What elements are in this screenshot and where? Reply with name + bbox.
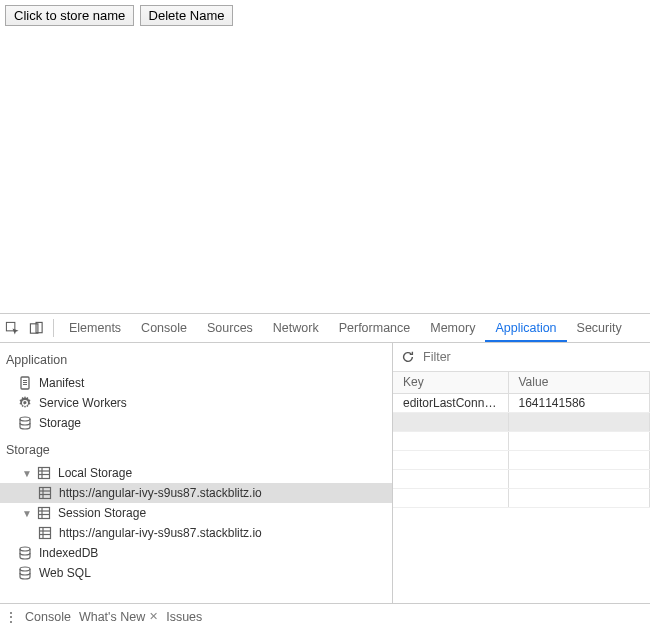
tab-elements[interactable]: Elements (59, 314, 131, 342)
svg-rect-12 (40, 488, 51, 499)
websql-label: Web SQL (39, 566, 91, 580)
svg-rect-6 (23, 384, 27, 385)
tab-console[interactable]: Console (131, 314, 197, 342)
svg-rect-5 (23, 382, 27, 383)
svg-rect-1 (30, 323, 38, 332)
svg-point-25 (20, 567, 30, 571)
inspect-element-icon[interactable] (0, 314, 24, 342)
sidebar-item-session-storage[interactable]: ▼ Session Storage (0, 503, 392, 523)
local-storage-label: Local Storage (58, 466, 132, 480)
manifest-icon (18, 376, 32, 390)
delete-name-button[interactable]: Delete Name (140, 5, 234, 26)
table-row[interactable] (393, 431, 650, 450)
section-storage-title: Storage (0, 433, 392, 463)
chevron-down-icon: ▼ (22, 508, 30, 519)
close-icon[interactable]: ✕ (149, 610, 158, 623)
svg-rect-4 (23, 380, 27, 381)
tab-network[interactable]: Network (263, 314, 329, 342)
sidebar-item-storage-overview[interactable]: Storage (0, 413, 392, 433)
tab-sources[interactable]: Sources (197, 314, 263, 342)
table-row[interactable] (393, 412, 650, 431)
table-row[interactable] (393, 488, 650, 507)
drawer-tab-console[interactable]: Console (25, 610, 71, 624)
tab-security[interactable]: Security (567, 314, 632, 342)
session-storage-origin-label: https://angular-ivy-s9us87.stackblitz.io (59, 526, 262, 540)
chevron-down-icon: ▼ (22, 468, 30, 479)
storage-table: Key Value editorLastConnec... 1641141586 (393, 372, 650, 508)
table-row[interactable] (393, 469, 650, 488)
indexeddb-label: IndexedDB (39, 546, 98, 560)
drawer-menu-icon[interactable]: ⋮ (4, 609, 17, 625)
drawer-tab-whatsnew[interactable]: What's New ✕ (79, 610, 158, 624)
session-storage-label: Session Storage (58, 506, 146, 520)
svg-rect-20 (40, 528, 51, 539)
storage-grid-icon (38, 486, 52, 500)
tab-memory[interactable]: Memory (420, 314, 485, 342)
cell-value: 1641141586 (508, 393, 650, 412)
devtools-tabbar: Elements Console Sources Network Perform… (0, 314, 650, 343)
sidebar-item-session-storage-origin[interactable]: https://angular-ivy-s9us87.stackblitz.io (0, 523, 392, 543)
storage-grid-icon (37, 466, 51, 480)
section-application-title: Application (0, 343, 392, 373)
separator (53, 319, 54, 337)
sidebar-item-websql[interactable]: Web SQL (0, 563, 392, 583)
store-name-button[interactable]: Click to store name (5, 5, 134, 26)
refresh-icon[interactable] (401, 350, 415, 364)
svg-point-7 (20, 417, 30, 421)
drawer-whatsnew-label: What's New (79, 610, 145, 624)
database-icon (18, 416, 32, 430)
cell-key: editorLastConnec... (393, 393, 508, 412)
rendered-page: Click to store name Delete Name (0, 0, 650, 313)
manifest-label: Manifest (39, 376, 84, 390)
toggle-device-toolbar-icon[interactable] (24, 314, 48, 342)
storage-grid-icon (37, 506, 51, 520)
sidebar-item-local-storage-origin[interactable]: https://angular-ivy-s9us87.stackblitz.io (0, 483, 392, 503)
application-sidebar[interactable]: Application Manifest Service Workers Sto… (0, 343, 393, 603)
gear-icon (18, 396, 32, 410)
svg-rect-8 (39, 468, 50, 479)
storage-toolbar (393, 343, 650, 372)
storage-grid-icon (38, 526, 52, 540)
col-key[interactable]: Key (393, 372, 508, 393)
devtools-drawer: ⋮ Console What's New ✕ Issues (0, 603, 650, 629)
svg-point-24 (20, 547, 30, 551)
sidebar-item-service-workers[interactable]: Service Workers (0, 393, 392, 413)
database-icon (18, 566, 32, 580)
database-icon (18, 546, 32, 560)
col-value[interactable]: Value (508, 372, 650, 393)
table-row[interactable] (393, 450, 650, 469)
storage-content: Key Value editorLastConnec... 1641141586 (393, 343, 650, 603)
table-row[interactable]: editorLastConnec... 1641141586 (393, 393, 650, 412)
service-workers-label: Service Workers (39, 396, 127, 410)
svg-rect-16 (39, 508, 50, 519)
tab-application[interactable]: Application (485, 314, 566, 342)
local-storage-origin-label: https://angular-ivy-s9us87.stackblitz.io (59, 486, 262, 500)
sidebar-item-local-storage[interactable]: ▼ Local Storage (0, 463, 392, 483)
filter-input[interactable] (421, 349, 650, 365)
storage-overview-label: Storage (39, 416, 81, 430)
devtools: Elements Console Sources Network Perform… (0, 313, 650, 629)
tab-performance[interactable]: Performance (329, 314, 421, 342)
drawer-tab-issues[interactable]: Issues (166, 610, 202, 624)
sidebar-item-indexeddb[interactable]: IndexedDB (0, 543, 392, 563)
sidebar-item-manifest[interactable]: Manifest (0, 373, 392, 393)
